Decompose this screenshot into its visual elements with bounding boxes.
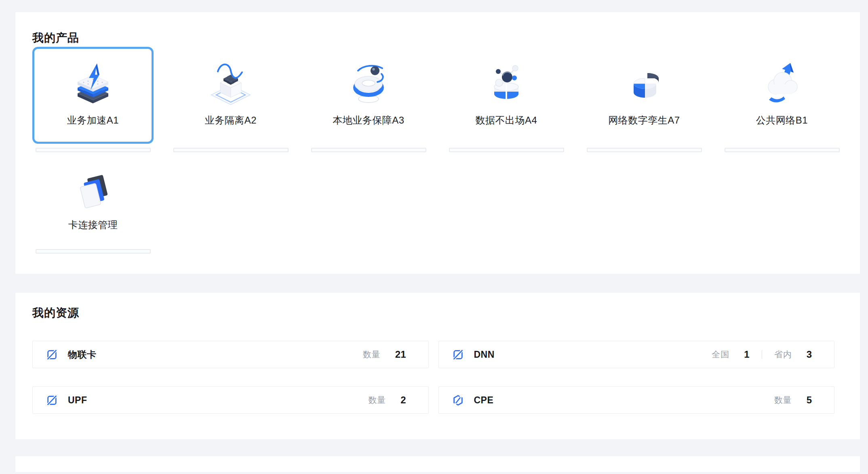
metric-divider [762,350,762,359]
metric-value: 3 [807,349,812,360]
resources-section-title: 我的资源 [32,306,834,319]
product-cell-a4: 数据不出场A4 [446,47,567,152]
metric-value: 1 [744,349,749,360]
metric-label: 数量 [368,394,386,406]
product-cell-a3: 本地业务保障A3 [308,47,429,152]
hexagon-box-icon [453,395,463,406]
pie-cylinder-icon [622,61,667,108]
product-label: 公共网络B1 [756,114,808,126]
resource-name: DNN [474,349,495,360]
stacked-cards-icon [73,172,113,212]
resource-metrics: 数量 5 [774,394,812,406]
resource-card-dnn[interactable]: DNN 全国 1 省内 3 [438,341,835,368]
metric-value: 5 [807,394,812,406]
product-cell-card-mgmt: 卡连接管理 [32,164,154,254]
product-cell-b1: 公共网络B1 [721,47,843,152]
resource-metrics: 全国 1 省内 3 [712,349,812,360]
resource-card-cpe[interactable]: CPE 数量 5 [438,386,835,414]
product-card-a2[interactable]: 业务隔离A2 [170,47,291,144]
card-underline-bar [449,148,564,152]
molecule-bowl-icon [484,61,529,108]
sim-card-icon [453,349,463,360]
product-card-a7[interactable]: 网络数字孪生A7 [584,47,705,144]
card-underline-bar [36,148,151,152]
resource-card-iot-sim[interactable]: 物联卡 数量 21 [32,341,429,368]
resource-card-upf[interactable]: UPF 数量 2 [32,386,429,414]
metric-value: 21 [395,349,406,360]
metric-label: 数量 [363,349,381,360]
cloud-arrows-icon [759,61,805,108]
resource-grid: 物联卡 数量 21 DNN 全国 1 省内 3 [32,341,834,414]
product-label: 数据不出场A4 [476,114,537,126]
metric-value: 2 [400,394,406,406]
metric-label: 省内 [774,349,792,360]
card-underline-bar [311,148,426,152]
metric-label: 数量 [774,394,792,406]
product-label: 业务加速A1 [67,114,119,126]
product-cell-a2: 业务隔离A2 [170,47,291,152]
product-cell-a1: 业务加速A1 [32,47,154,152]
products-section-title: 我的产品 [32,31,844,44]
product-card-a4[interactable]: 数据不出场A4 [446,47,567,144]
product-label: 业务隔离A2 [205,114,257,126]
metric-label: 全国 [712,349,729,360]
resource-metrics: 数量 21 [363,349,406,360]
product-label: 卡连接管理 [68,219,118,231]
product-card-b1[interactable]: 公共网络B1 [721,47,843,144]
my-resources-panel: 我的资源 物联卡 数量 21 DNN 全国 [15,293,860,439]
ring-orbit-icon [346,61,391,108]
resource-metrics: 数量 2 [368,394,406,406]
product-grid: 业务加速A1 [32,47,844,254]
resource-name: UPF [68,395,87,406]
sim-card-icon [46,395,57,406]
card-underline-bar [587,148,702,152]
my-products-panel: 我的产品 [15,12,860,274]
sim-card-icon [46,349,57,360]
layers-lightning-icon [70,61,116,108]
product-label: 网络数字孪生A7 [608,114,680,126]
product-label: 本地业务保障A3 [333,114,404,126]
product-card-a1[interactable]: 业务加速A1 [32,47,154,144]
resource-name: 物联卡 [68,348,97,361]
product-card-card-mgmt[interactable]: 卡连接管理 [32,164,154,245]
card-underline-bar [173,148,289,152]
product-card-a3[interactable]: 本地业务保障A3 [308,47,429,144]
card-underline-bar [725,148,840,152]
cube-grid-curve-icon [208,61,253,108]
resource-name: CPE [474,395,494,406]
bottom-panel [15,456,860,472]
product-cell-a7: 网络数字孪生A7 [584,47,705,152]
card-underline-bar [36,249,151,254]
